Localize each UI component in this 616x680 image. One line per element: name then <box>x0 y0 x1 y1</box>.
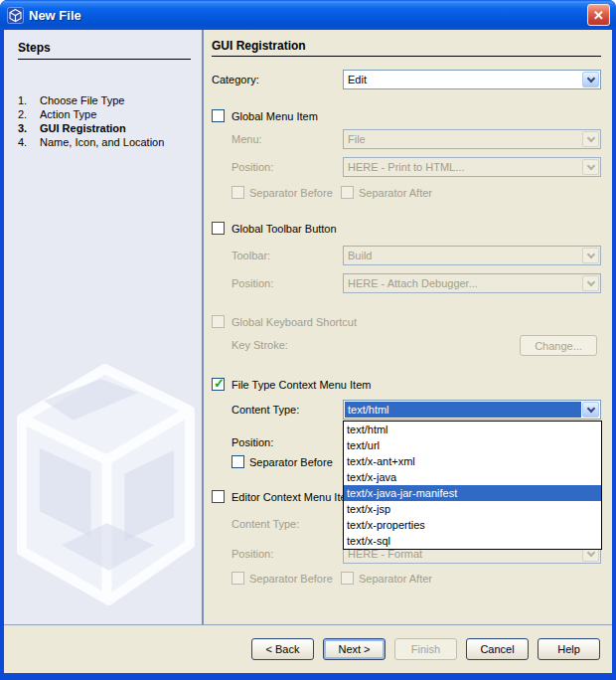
netbeans-cube-watermark <box>4 341 202 624</box>
content-type-combobox[interactable]: text/html <box>343 400 601 420</box>
file-type-context-menu-item-checkbox[interactable] <box>212 378 225 391</box>
dropdown-option[interactable]: text/x-ant+xml <box>344 453 601 469</box>
editor-position-label: Position: <box>231 548 273 560</box>
titlebar[interactable]: New File ✕ <box>0 0 616 30</box>
editor-context-menu-item-checkbox[interactable] <box>212 490 225 503</box>
menu-position-combobox: HERE - Print to HTML... <box>343 157 601 177</box>
dropdown-option[interactable]: text/html <box>344 422 601 437</box>
file-type-context-menu-item-label: File Type Context Menu Item <box>231 379 371 391</box>
steps-heading: Steps <box>18 41 191 60</box>
close-icon: ✕ <box>593 8 604 23</box>
menu-separator-before-checkbox <box>231 186 244 199</box>
step-choose-file-type: 1.Choose File Type <box>18 94 124 106</box>
content-type-label: Content Type: <box>231 404 299 416</box>
editor-context-menu-item-label: Editor Context Menu Item <box>231 491 356 503</box>
toolbar-position-value: HERE - Attach Debugger... <box>345 275 581 291</box>
toolbar-position-combobox: HERE - Attach Debugger... <box>343 273 601 293</box>
global-toolbar-button-label: Global Toolbar Button <box>231 223 337 235</box>
help-button[interactable]: Help <box>538 638 600 660</box>
editor-separator-before-checkbox <box>231 572 244 585</box>
dropdown-option[interactable]: text/x-java <box>344 469 601 485</box>
dropdown-option[interactable]: text/x-sql <box>344 533 601 549</box>
step-number: 1. <box>18 94 40 106</box>
menu-position-label: Position: <box>231 161 273 173</box>
toolbar-value: Build <box>345 248 581 263</box>
chevron-down-icon[interactable] <box>582 72 599 87</box>
dropdown-option[interactable]: text/x-properties <box>344 517 601 533</box>
editor-content-type-label: Content Type: <box>231 518 299 530</box>
step-number: 4. <box>18 136 40 148</box>
global-menu-item-checkbox[interactable] <box>212 109 225 122</box>
netbeans-logo-icon <box>7 7 24 24</box>
steps-panel: Steps 1.Choose File Type 2.Action Type 3… <box>4 30 202 624</box>
file-type-separator-before-checkbox[interactable] <box>231 455 244 468</box>
wizard-button-bar: < Back Next > Finish Cancel Help <box>4 624 612 673</box>
editor-separator-after-checkbox <box>341 572 354 585</box>
global-keyboard-shortcut-checkbox <box>212 315 225 328</box>
category-combobox[interactable]: Edit <box>343 70 601 89</box>
finish-button: Finish <box>394 638 457 660</box>
step-number: 2. <box>18 108 40 120</box>
dropdown-option[interactable]: text/x-jsp <box>344 501 601 517</box>
menu-separator-after-checkbox <box>341 186 354 199</box>
step-number: 3. <box>18 122 40 134</box>
global-keyboard-shortcut-label: Global Keyboard Shortcut <box>231 316 357 328</box>
close-button[interactable]: ✕ <box>587 4 610 26</box>
toolbar-combobox: Build <box>343 246 601 265</box>
next-button[interactable]: Next > <box>323 638 385 660</box>
content-type-value: text/html <box>345 402 581 418</box>
change-button: Change... <box>520 335 597 356</box>
toolbar-label: Toolbar: <box>231 250 270 261</box>
file-type-position-label: Position: <box>231 436 273 448</box>
step-label: Choose File Type <box>40 94 124 106</box>
menu-separator-after-label: Separator After <box>359 187 432 199</box>
step-label: Action Type <box>40 108 96 120</box>
editor-separator-after-label: Separator After <box>359 573 432 585</box>
menu-separator-before-label: Separator Before <box>249 187 333 199</box>
step-label: Name, Icon, and Location <box>40 136 164 148</box>
category-label: Category: <box>212 74 259 85</box>
menu-value: File <box>345 131 581 147</box>
step-label: GUI Registration <box>40 122 126 134</box>
menu-label: Menu: <box>231 133 262 145</box>
category-value: Edit <box>345 72 581 87</box>
cancel-button[interactable]: Cancel <box>466 638 529 660</box>
file-type-separator-before-label: Separator Before <box>249 456 333 468</box>
panel-title: GUI Registration <box>212 39 306 53</box>
back-button[interactable]: < Back <box>251 638 314 660</box>
menu-position-value: HERE - Print to HTML... <box>345 159 581 175</box>
dropdown-option[interactable]: text/url <box>344 437 601 453</box>
new-file-dialog: New File ✕ Steps 1.Choose File Type 2.Ac… <box>0 0 616 680</box>
dropdown-option-selected[interactable]: text/x-java-jar-manifest <box>344 485 601 501</box>
gui-registration-panel: GUI Registration Category: Edit Global M… <box>204 30 612 624</box>
chevron-down-icon[interactable] <box>582 402 599 418</box>
window-title: New File <box>29 8 587 23</box>
chevron-down-icon <box>582 131 599 147</box>
toolbar-position-label: Position: <box>231 277 273 289</box>
chevron-down-icon <box>582 275 599 291</box>
global-toolbar-button-checkbox[interactable] <box>212 222 225 235</box>
step-action-type: 2.Action Type <box>18 108 96 120</box>
editor-separator-before-label: Separator Before <box>249 573 333 585</box>
chevron-down-icon <box>582 159 599 175</box>
step-name-icon-location: 4.Name, Icon, and Location <box>18 136 164 148</box>
global-menu-item-label: Global Menu Item <box>231 110 318 122</box>
chevron-down-icon <box>582 248 599 263</box>
key-stroke-label: Key Stroke: <box>231 339 288 351</box>
menu-combobox: File <box>343 129 601 149</box>
step-gui-registration-current: 3.GUI Registration <box>18 122 126 134</box>
panel-title-rule <box>212 56 601 57</box>
content-type-dropdown-list: text/html text/url text/x-ant+xml text/x… <box>343 421 602 550</box>
